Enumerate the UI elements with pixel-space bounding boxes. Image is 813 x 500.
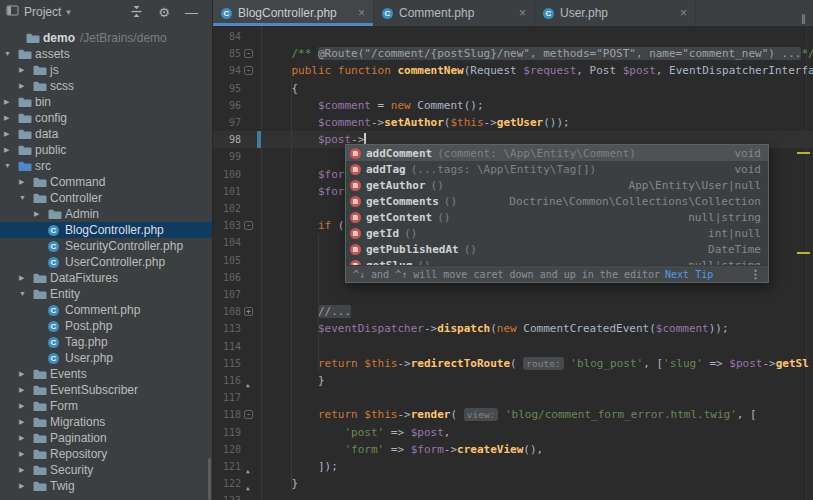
line-number[interactable]: 100 [213, 166, 241, 183]
tree-item-Post.php[interactable]: CPost.php [0, 318, 212, 334]
code-line[interactable]: 94- public function commentNew(Request $… [213, 62, 813, 79]
tree-item-BlogController.php[interactable]: CBlogController.php [0, 222, 212, 238]
code-line[interactable]: 123 [213, 492, 813, 500]
code-line[interactable]: 113 $eventDispatcher->dispatch(new Comme… [213, 320, 813, 337]
completion-item-getComments[interactable]: mgetComments()Doctrine\Common\Collection… [346, 193, 768, 209]
collapse-arrow-icon[interactable]: ▼ [19, 290, 26, 298]
close-icon[interactable]: × [358, 6, 365, 20]
expand-arrow-icon[interactable]: ▶ [4, 98, 9, 106]
tree-scrollbar[interactable] [208, 458, 211, 500]
line-number[interactable]: 113 [213, 320, 241, 337]
code-line[interactable]: 95 { [213, 80, 813, 97]
line-number[interactable]: 98 [213, 131, 241, 148]
code-line[interactable]: 117 [213, 389, 813, 406]
code-line[interactable]: 121▲ ]); [213, 458, 813, 475]
expand-arrow-icon[interactable]: ▶ [4, 114, 9, 122]
expand-arrow-icon[interactable]: ▶ [19, 178, 24, 186]
tab-User.php[interactable]: CUser.php× [535, 0, 696, 26]
tree-item-Pagination[interactable]: ▶Pagination [0, 430, 212, 446]
line-number[interactable]: 122 [213, 475, 241, 492]
code-line[interactable]: 118- return $this->render( view: 'blog/c… [213, 406, 813, 423]
tree-item-Entity[interactable]: ▼Entity [0, 286, 212, 302]
line-number[interactable]: 108 [213, 303, 241, 320]
completion-item-getAuthor[interactable]: mgetAuthor()App\Entity\User|null [346, 177, 768, 193]
expand-arrow-icon[interactable]: ▶ [34, 210, 39, 218]
close-icon[interactable]: × [680, 6, 687, 20]
gear-icon[interactable]: ⚙ [158, 6, 170, 19]
next-tip-link[interactable]: Next Tip [665, 269, 713, 280]
tree-item-Command[interactable]: ▶Command [0, 174, 212, 190]
tree-item-UserController.php[interactable]: CUserController.php [0, 254, 212, 270]
line-number[interactable]: 105 [213, 252, 241, 269]
completion-item-addComment[interactable]: maddComment(comment: \App\Entity\Comment… [346, 145, 768, 161]
chevron-down-icon[interactable]: ▾ [66, 7, 71, 17]
fold-expand-icon[interactable]: + [244, 307, 253, 316]
code-line[interactable]: 96 $comment = new Comment(); [213, 97, 813, 114]
line-number[interactable]: 97 [213, 114, 241, 131]
fold-collapse-icon[interactable]: - [244, 66, 253, 75]
line-number[interactable]: 104 [213, 234, 241, 251]
code-line[interactable]: 120 'form' => $form->createView(), [213, 441, 813, 458]
completion-item-addTag[interactable]: maddTag(...tags: \App\Entity\Tag[])void [346, 161, 768, 177]
code-line[interactable]: 107 [213, 286, 813, 303]
tab-BlogController.php[interactable]: CBlogController.php× [213, 0, 374, 26]
tree-item-User.php[interactable]: CUser.php [0, 350, 212, 366]
line-number[interactable]: 107 [213, 286, 241, 303]
completion-item-getContent[interactable]: mgetContent()null|string [346, 209, 768, 225]
tree-item-Events[interactable]: ▶Events [0, 366, 212, 382]
line-number[interactable]: 85 [213, 45, 241, 62]
project-panel-title[interactable]: Project [24, 5, 61, 19]
select-opened-file-icon[interactable] [130, 5, 143, 20]
expand-arrow-icon[interactable]: ▶ [19, 482, 24, 490]
tab-Comment.php[interactable]: CComment.php× [374, 0, 535, 26]
expand-arrow-icon[interactable]: ▶ [4, 130, 9, 138]
kebab-menu-icon[interactable]: ⋮ [750, 268, 761, 281]
code-line[interactable]: 108+ //... [213, 303, 813, 320]
tree-item-EventSubscriber[interactable]: ▶EventSubscriber [0, 382, 212, 398]
tree-item-js[interactable]: ▶js [0, 62, 212, 78]
line-number[interactable]: 95 [213, 80, 241, 97]
tree-item-Form[interactable]: ▶Form [0, 398, 212, 414]
collapse-arrow-icon[interactable]: ▼ [4, 162, 11, 170]
line-number[interactable]: 116 [213, 372, 241, 389]
expand-arrow-icon[interactable]: ▶ [19, 66, 24, 74]
line-number[interactable]: 114 [213, 338, 241, 355]
collapse-arrow-icon[interactable]: ▼ [4, 50, 11, 58]
line-number[interactable]: 115 [213, 355, 241, 372]
line-number[interactable]: 96 [213, 97, 241, 114]
tree-item-Controller[interactable]: ▼Controller [0, 190, 212, 206]
code-line[interactable]: 84 [213, 28, 813, 45]
line-number[interactable]: 119 [213, 424, 241, 441]
close-icon[interactable]: × [519, 6, 526, 20]
tree-item-Tag.php[interactable]: CTag.php [0, 334, 212, 350]
line-number[interactable]: 84 [213, 28, 241, 45]
tree-item-assets[interactable]: ▼assets [0, 46, 212, 62]
fold-collapse-icon[interactable]: - [244, 221, 253, 230]
warning-stripe-mark[interactable] [797, 152, 810, 154]
warning-stripe-mark[interactable] [797, 252, 810, 254]
tree-item-public[interactable]: ▶public [0, 142, 212, 158]
code-editor[interactable]: maddComment(comment: \App\Entity\Comment… [213, 26, 813, 500]
code-line[interactable]: 97 $comment->setAuthor($this->getUser())… [213, 114, 813, 131]
tree-item-demo[interactable]: demo/JetBrains/demo [0, 30, 212, 46]
expand-arrow-icon[interactable]: ▶ [19, 370, 24, 378]
code-line[interactable]: 114 [213, 338, 813, 355]
tree-item-Comment.php[interactable]: CComment.php [0, 302, 212, 318]
fold-collapse-icon[interactable]: - [244, 410, 253, 419]
tree-item-Twig[interactable]: ▶Twig [0, 478, 212, 494]
line-number[interactable]: 123 [213, 492, 241, 500]
expand-arrow-icon[interactable]: ▶ [19, 466, 24, 474]
code-line[interactable]: 85- /** @Route("/comment/{postSlug}/new"… [213, 45, 813, 62]
tree-item-scss[interactable]: ▶scss [0, 78, 212, 94]
code-line[interactable]: 122▲ } [213, 475, 813, 492]
expand-arrow-icon[interactable]: ▶ [19, 82, 24, 90]
expand-arrow-icon[interactable]: ▶ [19, 402, 24, 410]
code-line[interactable]: 116▲ } [213, 372, 813, 389]
tree-item-bin[interactable]: ▶bin [0, 94, 212, 110]
line-number[interactable]: 103 [213, 217, 241, 234]
tree-item-Migrations[interactable]: ▶Migrations [0, 414, 212, 430]
expand-arrow-icon[interactable]: ▶ [19, 450, 24, 458]
tree-item-DataFixtures[interactable]: ▶DataFixtures [0, 270, 212, 286]
line-number[interactable]: 94 [213, 62, 241, 79]
expand-arrow-icon[interactable]: ▶ [19, 274, 24, 282]
